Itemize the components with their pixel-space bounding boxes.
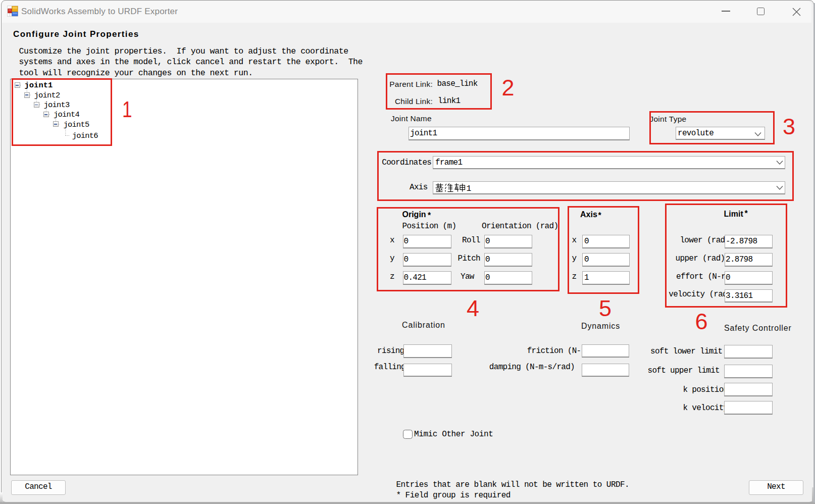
svg-text:1: 1 <box>467 184 472 193</box>
